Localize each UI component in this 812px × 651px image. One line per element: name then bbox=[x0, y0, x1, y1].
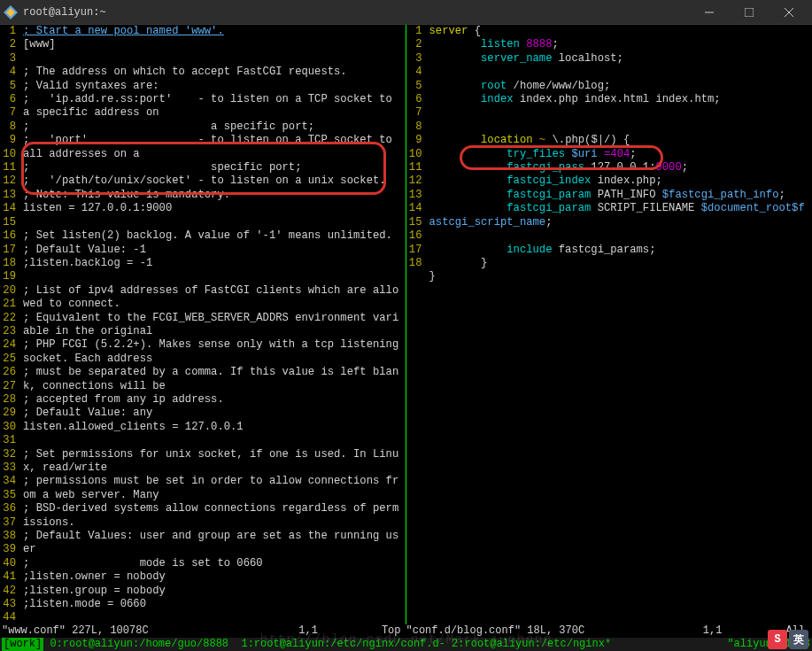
tmux-session-name[interactable]: [work] bbox=[2, 638, 43, 651]
maximize-button[interactable] bbox=[729, 0, 769, 25]
code-line[interactable]: ; Set listen(2) backlog. A value of '-1'… bbox=[23, 229, 402, 243]
left-pane[interactable]: 1234567891011121314151617181920212223242… bbox=[0, 25, 406, 624]
tmux-windows[interactable]: 0:root@aliyun:/home/guo/8888 1:root@aliy… bbox=[43, 638, 727, 651]
code-line[interactable] bbox=[429, 120, 809, 134]
code-line[interactable] bbox=[429, 229, 809, 243]
code-line[interactable]: ; 'ip.add.re.ss:port' - to listen on a T… bbox=[23, 93, 402, 120]
code-line[interactable]: } bbox=[429, 257, 809, 270]
code-left[interactable]: ; Start a new pool named 'www'.[www] ; T… bbox=[19, 25, 406, 624]
code-line[interactable] bbox=[23, 434, 402, 447]
titlebar[interactable]: root@aliyun:~ bbox=[0, 0, 812, 25]
code-line[interactable]: ; Default Value: any bbox=[23, 407, 402, 420]
code-line[interactable]: ; Start a new pool named 'www'. bbox=[23, 25, 402, 38]
status-left: "www.conf" 227L, 10078C1,1 Top bbox=[2, 624, 406, 638]
code-line[interactable]: try_files $uri =404; bbox=[429, 148, 809, 161]
code-line[interactable] bbox=[429, 106, 809, 120]
svg-rect-3 bbox=[745, 8, 754, 17]
ime-sogou-icon[interactable]: S bbox=[768, 630, 787, 649]
vim-editor[interactable]: 1234567891011121314151617181920212223242… bbox=[0, 25, 812, 624]
code-line[interactable]: server { bbox=[429, 25, 809, 38]
code-line[interactable]: ; must be separated by a comma. If this … bbox=[23, 366, 402, 393]
code-line[interactable]: listen = 127.0.0.1:9000 bbox=[23, 202, 402, 215]
code-line[interactable]: ; '/path/to/unix/socket' - to listen on … bbox=[23, 174, 402, 188]
code-line[interactable]: ; The address on which to accept FastCGI… bbox=[23, 66, 402, 79]
code-line[interactable]: ; accepted from any ip address. bbox=[23, 393, 402, 407]
code-line[interactable]: ; Valid syntaxes are: bbox=[23, 80, 402, 93]
code-line[interactable]: ; Note: This value is mandatory. bbox=[23, 189, 402, 202]
code-right[interactable]: server { listen 8888; server_name localh… bbox=[426, 25, 813, 624]
code-line[interactable]: ; Default Values: user and group are set… bbox=[23, 530, 402, 557]
code-line[interactable]: ; PHP FCGI (5.2.2+). Makes sense only wi… bbox=[23, 338, 402, 366]
code-line[interactable] bbox=[23, 611, 402, 624]
code-line[interactable]: ; mode is set to 0660 bbox=[23, 557, 402, 570]
status-right: "conf.d/blog.conf" 18L, 370C1,1 All bbox=[406, 624, 811, 638]
code-line[interactable]: ; 'port' - to listen on a TCP socket to … bbox=[23, 134, 402, 161]
code-line[interactable]: ; List of ipv4 addresses of FastCGI clie… bbox=[23, 284, 402, 312]
window-controls bbox=[689, 0, 808, 25]
code-line[interactable]: listen 8888; bbox=[429, 38, 809, 51]
code-line[interactable]: fastcgi_index index.php; bbox=[429, 174, 809, 188]
ime-lang-icon[interactable]: 英 bbox=[789, 630, 808, 649]
code-line[interactable]: listen.allowed_clients = 127.0.0.1 bbox=[23, 421, 402, 434]
code-line[interactable]: ; specific port; bbox=[23, 161, 402, 174]
code-line[interactable] bbox=[23, 216, 402, 229]
code-line[interactable]: include fastcgi_params; bbox=[429, 244, 809, 257]
code-line[interactable]: ; BSD-derived systems allow connections … bbox=[23, 502, 402, 530]
code-line[interactable]: } bbox=[429, 270, 809, 283]
code-line[interactable] bbox=[23, 52, 402, 66]
close-button[interactable] bbox=[769, 0, 808, 25]
code-line[interactable]: ;listen.owner = nobody bbox=[23, 570, 402, 584]
code-line[interactable]: ;listen.mode = 0660 bbox=[23, 598, 402, 611]
code-line[interactable]: location ~ \.php($|/) { bbox=[429, 134, 809, 147]
line-numbers-left: 1234567891011121314151617181920212223242… bbox=[0, 25, 19, 624]
code-line[interactable]: index index.php index.html index.htm; bbox=[429, 93, 809, 106]
code-line[interactable]: fastcgi_param SCRIPT_FILENAME $document_… bbox=[429, 202, 809, 229]
minimize-button[interactable] bbox=[689, 0, 729, 25]
app-icon bbox=[4, 5, 18, 19]
code-line[interactable]: ; permissions must be set in order to al… bbox=[23, 475, 402, 502]
code-line[interactable]: [www] bbox=[23, 38, 402, 51]
code-line[interactable]: ; a specific port; bbox=[23, 120, 402, 134]
window-title: root@aliyun:~ bbox=[23, 6, 689, 19]
tmux-status-bar[interactable]: [work] 0:root@aliyun:/home/guo/8888 1:ro… bbox=[0, 638, 812, 651]
code-line[interactable]: server_name localhost; bbox=[429, 52, 809, 66]
code-line[interactable]: ; Default Value: -1 bbox=[23, 244, 402, 257]
code-line[interactable]: fastcgi_pass 127.0.0.1:9000; bbox=[429, 161, 809, 174]
ime-indicator[interactable]: S 英 bbox=[768, 630, 808, 649]
code-line[interactable]: ;listen.group = nobody bbox=[23, 585, 402, 598]
code-line[interactable] bbox=[429, 66, 809, 79]
code-line[interactable]: fastcgi_param PATH_INFO $fastcgi_path_in… bbox=[429, 189, 809, 202]
code-line[interactable]: ;listen.backlog = -1 bbox=[23, 257, 402, 270]
terminal-window: root@aliyun:~ 12345678910111213141516171… bbox=[0, 0, 812, 651]
code-line[interactable]: ; Equivalent to the FCGI_WEB_SERVER_ADDR… bbox=[23, 312, 402, 339]
right-pane[interactable]: 123456789101112131415161718 server { lis… bbox=[406, 25, 813, 624]
code-line[interactable]: root /home/www/blog; bbox=[429, 80, 809, 93]
code-line[interactable]: ; Set permissions for unix socket, if on… bbox=[23, 448, 402, 476]
code-line[interactable] bbox=[23, 270, 402, 283]
line-numbers-right: 123456789101112131415161718 bbox=[406, 25, 426, 624]
vim-status-bar: "www.conf" 227L, 10078C1,1 Top "conf.d/b… bbox=[0, 624, 812, 638]
